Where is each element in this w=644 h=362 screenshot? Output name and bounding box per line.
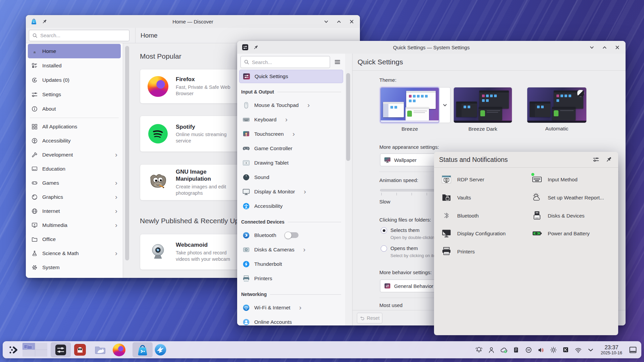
show-desktop-button[interactable] (629, 346, 637, 354)
theme-card-breeze[interactable] (380, 87, 439, 123)
sidebar-item-printers[interactable]: Printers (239, 271, 343, 286)
app-launcher-button[interactable] (8, 341, 19, 358)
popup-item-vaults[interactable]: Vaults (441, 190, 471, 205)
popup-item-rdp-server[interactable]: RDP Server (441, 172, 484, 187)
expand-tray-icon[interactable] (587, 346, 594, 354)
sidebar-item-games[interactable]: Games › (28, 176, 121, 190)
popup-item-printers[interactable]: Printers (441, 244, 475, 259)
popup-item-display-configuration[interactable]: Display Configuration (441, 226, 505, 241)
task-falkon[interactable] (154, 341, 167, 358)
sidebar-item-graphics[interactable]: Graphics › (28, 190, 121, 204)
sidebar-item-development[interactable]: Development › (28, 148, 121, 162)
sidebar-item-office[interactable]: Office (28, 232, 121, 246)
popup-item-input-method[interactable]: Input Method (532, 172, 578, 187)
more-behavior-label: More behavior settings: (379, 269, 432, 275)
sidebar-item-all-applications[interactable]: All Applications (28, 120, 121, 134)
popup-item-power-battery[interactable]: Power and Battery (532, 226, 590, 241)
sidebar-item-installed[interactable]: Installed (28, 58, 121, 73)
wifi-icon[interactable] (575, 346, 582, 354)
sidebar-item-multimedia[interactable]: Multimedia › (28, 218, 121, 232)
sidebar-item-display-monitor[interactable]: Display & Monitor › (239, 184, 343, 199)
pin-icon[interactable] (42, 19, 47, 24)
pin-icon[interactable] (604, 155, 613, 164)
sidebar-item-updates[interactable]: Updates (0) (28, 73, 121, 87)
user-switcher-icon[interactable] (488, 346, 495, 354)
cloud-sync-icon[interactable] (500, 346, 507, 354)
hamburger-menu-icon[interactable] (332, 57, 342, 67)
task-firefox[interactable] (113, 341, 125, 358)
popup-item-weather[interactable]: Set up Weather Report... (532, 190, 604, 205)
slider-tick (427, 193, 427, 195)
sidebar-item-keyboard[interactable]: Keyboard › (239, 112, 343, 127)
radio-opens-them[interactable] (381, 245, 387, 252)
task-dolphin[interactable] (94, 341, 106, 358)
sidebar-item-bluetooth[interactable]: Bluetooth (239, 228, 343, 242)
pin-icon[interactable] (253, 45, 259, 50)
discover-titlebar[interactable]: Home — Discover (26, 15, 360, 28)
popup-item-bluetooth[interactable]: Bluetooth (441, 208, 479, 223)
discover-search-input[interactable] (40, 33, 126, 38)
sidebar-item-thunderbolt[interactable]: Thunderbolt (239, 257, 343, 271)
discover-scrollbar[interactable] (125, 46, 129, 260)
popup-title: Status and Notifications (439, 156, 588, 164)
sidebar-item-drawing-tablet[interactable]: Drawing Tablet (239, 156, 343, 170)
radio-selects-label: Selects them (390, 227, 420, 233)
pager-desktop-4[interactable] (35, 350, 48, 357)
chevron-right-icon: › (115, 249, 117, 257)
chevron-right-icon: › (307, 101, 310, 109)
sidebar-item-game-controller[interactable]: Game Controller (239, 141, 343, 156)
settings-titlebar[interactable]: Quick Settings — System Settings (237, 41, 626, 54)
settings-search[interactable] (240, 56, 330, 68)
sidebar-item-accessibility[interactable]: Accessibility (28, 134, 121, 148)
sidebar-item-home[interactable]: Home (28, 44, 121, 58)
sidebar-item-system[interactable]: System (28, 260, 121, 275)
section-header-connected-devices: Connected Devices (239, 217, 343, 227)
theme-card-automatic[interactable] (527, 87, 587, 123)
reset-button[interactable]: Reset (357, 313, 382, 323)
pager-desktop-2[interactable] (35, 343, 48, 350)
settings-search-input[interactable] (252, 59, 327, 65)
minimize-button[interactable] (323, 19, 329, 24)
sidebar-item-disks-cameras[interactable]: Disks & Cameras › (239, 242, 343, 257)
maximize-button[interactable] (336, 19, 342, 24)
volume-icon[interactable] (537, 346, 545, 354)
minimize-button[interactable] (589, 45, 595, 50)
task-system-settings[interactable] (55, 341, 67, 358)
configure-icon[interactable] (592, 155, 600, 164)
brightness-icon[interactable] (550, 346, 557, 354)
clock[interactable]: 23:37 2025-10-16 (601, 344, 622, 355)
settings-scrollbar[interactable] (346, 73, 350, 161)
pager-desktop-1[interactable] (22, 343, 35, 350)
keepassxc-icon[interactable] (562, 346, 570, 354)
task-ghostwriter[interactable] (74, 341, 86, 358)
theme-breeze-dropdown[interactable] (439, 87, 450, 123)
clipboard-icon[interactable] (513, 346, 520, 354)
sidebar-item-quick-settings[interactable]: Quick Settings (239, 70, 343, 83)
close-button[interactable] (614, 45, 620, 50)
bluetooth-toggle[interactable] (285, 232, 299, 238)
media-paused-icon[interactable] (525, 346, 532, 354)
sidebar-item-about[interactable]: About (28, 102, 121, 116)
task-discover[interactable] (136, 341, 149, 358)
maximize-button[interactable] (602, 45, 607, 50)
sidebar-item-science-math[interactable]: Science & Math › (28, 246, 121, 260)
sidebar-item-touchscreen[interactable]: Touchscreen › (239, 127, 343, 141)
sidebar-item-internet[interactable]: Internet › (28, 204, 121, 218)
sidebar-item-accessibility[interactable]: Accessibility (239, 199, 343, 213)
close-button[interactable] (349, 19, 355, 24)
virtual-desktop-pager[interactable] (22, 343, 47, 357)
accessibility-icon (31, 137, 38, 144)
sidebar-item-online-accounts[interactable]: Online Accounts (239, 315, 343, 325)
radio-selects-them[interactable] (381, 227, 387, 234)
sidebar-item-settings[interactable]: Settings (28, 87, 121, 102)
sidebar-item-education[interactable]: Education (28, 162, 121, 176)
sidebar-item-mouse-touchpad[interactable]: Mouse & Touchpad › (239, 98, 343, 112)
discover-search[interactable] (29, 30, 129, 41)
theme-card-breeze-dark[interactable] (453, 87, 512, 123)
notifications-icon[interactable] (475, 346, 483, 354)
sidebar-item-wifi-internet[interactable]: Wi-Fi & Internet › (239, 300, 343, 315)
popup-item-disks-devices[interactable]: Disks & Devices (532, 208, 585, 223)
system-settings-app-icon (242, 44, 249, 51)
sidebar-item-sound[interactable]: Sound (239, 170, 343, 184)
pager-desktop-3[interactable] (22, 350, 35, 357)
